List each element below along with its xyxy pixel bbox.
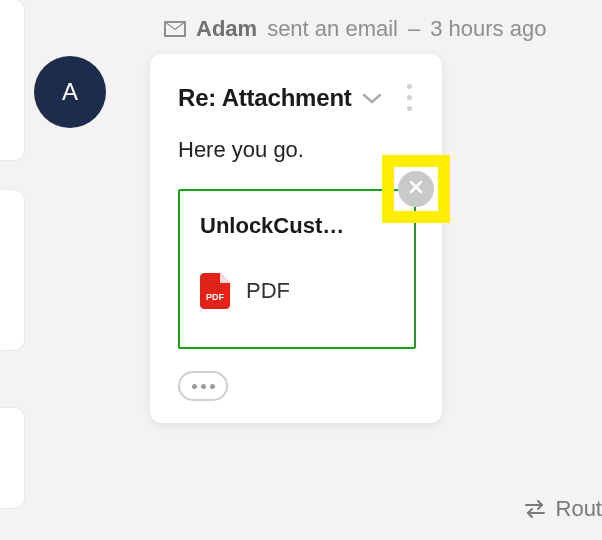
- card-header: Re: Attachment: [178, 80, 416, 115]
- left-card-sliver-3: [0, 408, 24, 508]
- message-menu-button[interactable]: [403, 80, 416, 115]
- remove-attachment-button[interactable]: [398, 171, 434, 207]
- mail-icon: [164, 21, 186, 37]
- attachment-filename: UnlockCust…: [200, 213, 394, 239]
- attachment-type-label: PDF: [246, 278, 290, 304]
- more-actions-button[interactable]: [178, 371, 228, 401]
- avatar[interactable]: A: [34, 56, 106, 128]
- attachment-card[interactable]: UnlockCust… PDF PDF: [178, 189, 416, 349]
- route-action[interactable]: Rout: [524, 496, 602, 522]
- timeline-action: sent an email: [267, 16, 398, 42]
- subject-toggle[interactable]: Re: Attachment: [178, 84, 382, 112]
- timeline-time-ago: 3 hours ago: [430, 16, 546, 42]
- timeline-sender: Adam: [196, 16, 257, 42]
- avatar-initial: A: [62, 78, 78, 106]
- left-card-sliver-2: [0, 190, 24, 350]
- message-subject: Re: Attachment: [178, 84, 352, 112]
- svg-text:PDF: PDF: [206, 292, 225, 302]
- chevron-down-icon: [362, 92, 382, 104]
- timeline-separator: –: [408, 16, 420, 42]
- message-body: Here you go.: [178, 137, 416, 163]
- close-icon: [409, 180, 423, 198]
- attachment-type-row: PDF PDF: [200, 273, 394, 309]
- route-label: Rout: [556, 496, 602, 522]
- route-icon: [524, 500, 546, 518]
- message-card: Re: Attachment Here you go. UnlockCust… …: [150, 54, 442, 423]
- timeline-header: Adam sent an email – 3 hours ago: [164, 16, 546, 42]
- pdf-file-icon: PDF: [200, 273, 230, 309]
- left-card-sliver-1: [0, 0, 24, 160]
